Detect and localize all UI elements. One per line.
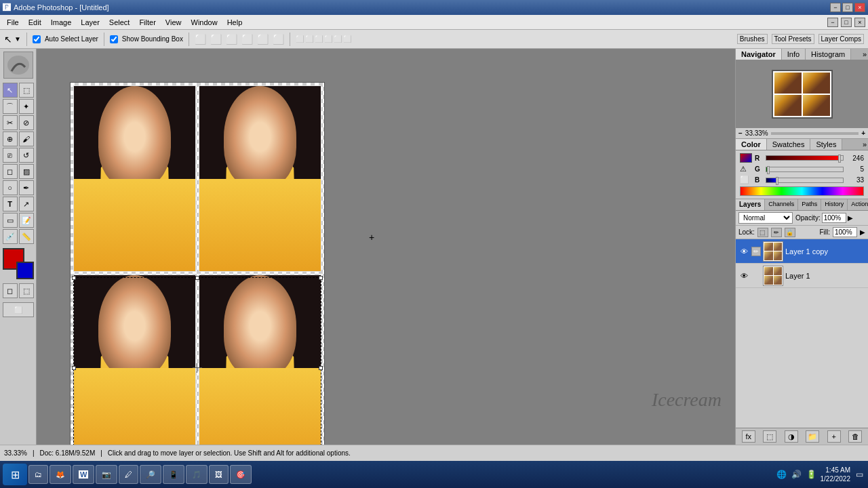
eraser-tool-btn[interactable]: ◻ bbox=[3, 164, 18, 179]
tab-info[interactable]: Info bbox=[782, 49, 806, 60]
layer-group-btn[interactable]: 📁 bbox=[806, 430, 819, 443]
layer-adjustment-btn[interactable]: ◑ bbox=[785, 430, 798, 443]
brushes-button[interactable]: Brushes bbox=[737, 34, 768, 44]
menu-edit[interactable]: Edit bbox=[24, 17, 45, 28]
layer-comps-button[interactable]: Layer Comps bbox=[818, 34, 864, 44]
zoom-out-btn[interactable]: − bbox=[738, 129, 743, 137]
notes-tool-btn[interactable]: 📝 bbox=[19, 213, 34, 228]
taskbar-explorer[interactable]: 🗂 bbox=[28, 465, 48, 484]
tab-swatches[interactable]: Swatches bbox=[767, 139, 811, 150]
taskbar-firefox[interactable]: 🦊 bbox=[50, 465, 71, 484]
zoom-in-btn[interactable]: + bbox=[861, 129, 865, 137]
menu-view[interactable]: View bbox=[161, 17, 186, 28]
heal-tool-btn[interactable]: ⊕ bbox=[3, 131, 18, 146]
panel-close-btn[interactable]: × bbox=[854, 18, 865, 27]
align-middle-icon[interactable]: ⬜ bbox=[257, 34, 269, 45]
layer-delete-btn[interactable]: 🗑 bbox=[848, 430, 862, 443]
lock-position-btn[interactable]: ✏ bbox=[771, 228, 782, 237]
fill-input[interactable] bbox=[833, 227, 857, 237]
layer-edit-copy[interactable]: ✏ bbox=[751, 247, 761, 256]
measure-btn[interactable]: 📏 bbox=[19, 229, 34, 244]
clone-tool-btn[interactable]: ⎚ bbox=[3, 148, 18, 163]
menu-layer[interactable]: Layer bbox=[77, 17, 104, 28]
start-button[interactable]: ⊞ bbox=[3, 464, 27, 485]
r-thumb[interactable] bbox=[838, 155, 841, 163]
taskbar-app2[interactable]: 🎯 bbox=[230, 465, 252, 484]
layer-style-btn[interactable]: fx bbox=[742, 430, 755, 443]
tab-paths[interactable]: Paths bbox=[798, 199, 821, 210]
align-center-icon[interactable]: ⬜ bbox=[210, 34, 222, 45]
history-brush-btn[interactable]: ↺ bbox=[19, 148, 34, 163]
auto-select-checkbox[interactable] bbox=[33, 35, 41, 43]
nav-panel-arrow[interactable]: » bbox=[861, 49, 868, 60]
color-panel-arrow[interactable]: » bbox=[861, 139, 868, 150]
align-bottom-icon[interactable]: ⬜ bbox=[273, 34, 284, 45]
tab-channels[interactable]: Channels bbox=[765, 199, 798, 210]
layer-new-btn[interactable]: + bbox=[827, 430, 841, 443]
fill-arrow[interactable]: ▶ bbox=[860, 228, 865, 236]
layer-mask-btn[interactable]: ⬚ bbox=[763, 430, 776, 443]
layer-edit-1[interactable] bbox=[751, 271, 761, 281]
color-spectrum-bar[interactable] bbox=[740, 186, 864, 196]
layer-eye-copy[interactable]: 👁 bbox=[738, 246, 749, 257]
text-tool-btn[interactable]: T bbox=[3, 197, 18, 211]
dodge-tool-btn[interactable]: ○ bbox=[3, 180, 18, 195]
shape-tool-btn[interactable]: ▭ bbox=[3, 213, 18, 228]
crop-tool-btn[interactable]: ✂ bbox=[3, 115, 18, 130]
b-slider[interactable] bbox=[766, 178, 844, 183]
panel-restore-btn[interactable]: □ bbox=[841, 18, 852, 27]
tab-layers[interactable]: Layers bbox=[736, 199, 765, 210]
taskbar-phone[interactable]: 📱 bbox=[163, 465, 184, 484]
lasso-tool-btn[interactable]: ⌒ bbox=[3, 99, 18, 114]
show-desktop-btn[interactable]: ▭ bbox=[853, 468, 865, 481]
path-select-btn[interactable]: ↗ bbox=[19, 197, 34, 211]
standard-mode-btn[interactable]: ◻ bbox=[3, 283, 18, 298]
panel-minimize-btn[interactable]: − bbox=[827, 18, 838, 27]
b-thumb[interactable] bbox=[776, 177, 778, 185]
selection-tool-btn[interactable]: ⬚ bbox=[19, 83, 34, 98]
pen-tool-btn[interactable]: ✒ bbox=[19, 180, 34, 195]
zoom-slider[interactable] bbox=[771, 132, 859, 135]
tool-presets-button[interactable]: Tool Presets bbox=[772, 34, 814, 44]
tab-navigator[interactable]: Navigator bbox=[736, 49, 782, 60]
taskbar-search[interactable]: 🔎 bbox=[140, 465, 161, 484]
r-slider[interactable] bbox=[766, 155, 844, 161]
tab-histogram[interactable]: Histogram bbox=[806, 49, 851, 60]
g-thumb[interactable] bbox=[767, 166, 770, 174]
background-color[interactable] bbox=[16, 262, 34, 279]
menu-image[interactable]: Image bbox=[47, 17, 76, 28]
close-button[interactable]: × bbox=[854, 3, 865, 12]
taskbar-media[interactable]: 🎵 bbox=[186, 465, 208, 484]
opacity-arrow[interactable]: ▶ bbox=[848, 214, 853, 222]
move-tool-btn[interactable]: ↖ bbox=[3, 83, 18, 98]
layer-item-copy[interactable]: 👁 ✏ Layer 1 copy bbox=[736, 239, 868, 264]
bounding-box-checkbox[interactable] bbox=[110, 35, 118, 43]
magic-wand-btn[interactable]: ✦ bbox=[19, 99, 34, 114]
opacity-input[interactable] bbox=[822, 213, 846, 223]
brush-tool-btn[interactable]: 🖌 bbox=[19, 131, 34, 146]
maximize-button[interactable]: □ bbox=[842, 3, 853, 12]
tab-styles[interactable]: Styles bbox=[810, 139, 842, 150]
align-left-icon[interactable]: ⬜ bbox=[195, 34, 206, 45]
align-top-icon[interactable]: ⬜ bbox=[241, 34, 253, 45]
tab-color[interactable]: Color bbox=[736, 139, 767, 150]
tab-history[interactable]: History bbox=[821, 199, 848, 210]
gradient-tool-btn[interactable]: ▨ bbox=[19, 164, 34, 179]
taskbar-notepad[interactable]: 🖊 bbox=[119, 465, 138, 484]
quick-mask-btn[interactable]: ⬚ bbox=[19, 283, 34, 298]
minimize-button[interactable]: − bbox=[830, 3, 841, 12]
tab-actions[interactable]: Actions bbox=[848, 199, 868, 210]
slice-tool-btn[interactable]: ⊘ bbox=[19, 115, 34, 130]
blend-mode-select[interactable]: Normal bbox=[738, 212, 793, 224]
canvas[interactable] bbox=[71, 83, 324, 445]
align-right-icon[interactable]: ⬜ bbox=[226, 34, 237, 45]
taskbar-word[interactable]: W bbox=[73, 465, 94, 484]
menu-select[interactable]: Select bbox=[105, 17, 134, 28]
lock-all-btn[interactable]: 🔒 bbox=[785, 228, 795, 237]
layer-eye-1[interactable]: 👁 bbox=[738, 270, 749, 281]
taskbar-photos[interactable]: 📷 bbox=[96, 465, 117, 484]
taskbar-gallery[interactable]: 🖼 bbox=[209, 465, 229, 484]
menu-help[interactable]: Help bbox=[223, 17, 247, 28]
eyedropper-btn[interactable]: 💉 bbox=[3, 229, 18, 244]
menu-filter[interactable]: Filter bbox=[135, 17, 159, 28]
